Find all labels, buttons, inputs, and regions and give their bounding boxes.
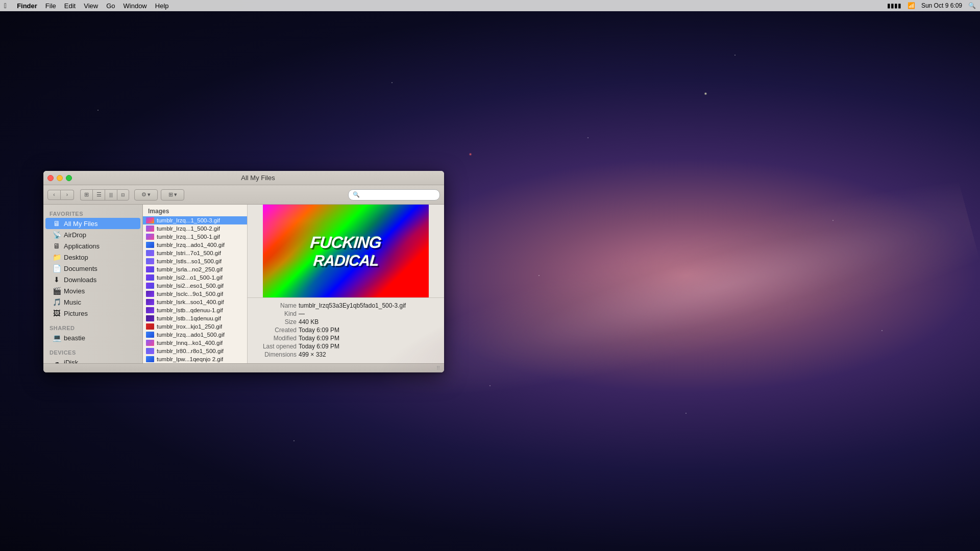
menubar-file[interactable]: File (45, 2, 56, 10)
file-name-15: tumblr_lrzq...ado1_500.gif (157, 332, 225, 338)
devices-header: DEVICES (43, 346, 142, 357)
file-item-8[interactable]: tumblr_lsi2...o1_500-1.gif (143, 273, 247, 282)
dimensions-label: Dimensions (256, 351, 297, 358)
file-thumb-18 (146, 356, 154, 362)
file-item-16[interactable]: tumblr_lnnq...ko1_400.gif (143, 339, 247, 347)
shared-header: SHARED (43, 322, 142, 332)
info-created-row: Created Today 6:09 PM (256, 327, 436, 334)
size-value: 440 KB (299, 318, 318, 325)
file-item-3[interactable]: tumblr_lrzq...1_500-1.gif (143, 233, 247, 241)
sidebar-label-idisk: iDisk (64, 359, 78, 364)
desktop-icon: 📁 (53, 253, 61, 261)
file-name-16: tumblr_lnnq...ko1_400.gif (157, 340, 223, 346)
file-name-4: tumblr_lrzq...ado1_400.gif (157, 242, 225, 248)
sidebar-label-desktop: Desktop (64, 254, 88, 261)
sidebar-item-documents[interactable]: 📄 Documents (45, 263, 140, 274)
sidebar-item-all-my-files[interactable]: 🖥 All My Files (45, 218, 140, 229)
file-name-6: tumblr_lstls...so1_500.gif (157, 258, 222, 264)
sidebar-item-pictures[interactable]: 🖼 Pictures (45, 308, 140, 319)
modified-value: Today 6:09 PM (299, 335, 339, 342)
search-box[interactable]: 🔍 (348, 189, 440, 201)
sidebar-item-movies[interactable]: 🎬 Movies (45, 285, 140, 296)
file-item-18[interactable]: tumblr_lpw...1qeqnjo 2.gif (143, 355, 247, 363)
arrange-button[interactable]: ⊞ ▾ (161, 189, 184, 201)
file-name-9: tumblr_lsi2...eso1_500.gif (157, 283, 224, 289)
search-icon: 🔍 (353, 191, 360, 198)
file-item-6[interactable]: tumblr_lstls...so1_500.gif (143, 257, 247, 265)
file-item-1[interactable]: tumblr_lrzq...1_500-3.gif (143, 216, 247, 224)
file-item-17[interactable]: tumblr_lr80...r8o1_500.gif (143, 347, 247, 355)
file-name-5: tumblr_lstri...7o1_500.gif (157, 250, 221, 256)
search-input[interactable] (362, 191, 435, 198)
file-item-12[interactable]: tumblr_lstb...qdenuu-1.gif (143, 306, 247, 314)
sidebar: FAVORITES 🖥 All My Files 📡 AirDrop 🖥 App… (43, 205, 143, 363)
file-name-17: tumblr_lr80...r8o1_500.gif (157, 348, 224, 354)
menubar-left:  Finder File Edit View Go Window Help (4, 2, 169, 10)
menubar-help[interactable]: Help (155, 2, 169, 10)
icon-view-button[interactable]: ⊞ (80, 189, 92, 201)
sidebar-item-desktop[interactable]: 📁 Desktop (45, 252, 140, 263)
sidebar-item-music[interactable]: 🎵 Music (45, 296, 140, 308)
file-item-2[interactable]: tumblr_lrzq...1_500-2.gif (143, 224, 247, 233)
maximize-button[interactable] (66, 175, 72, 181)
sidebar-label-documents: Documents (64, 265, 97, 272)
images-section-label: Images (143, 205, 247, 216)
cover-flow-button[interactable]: ⊟ (117, 189, 129, 201)
file-item-10[interactable]: tumblr_lsclc...9o1_500.gif (143, 290, 247, 298)
resize-handle: ⠿ (436, 365, 440, 371)
menubar-window[interactable]: Window (124, 2, 147, 10)
file-thumb-13 (146, 315, 154, 321)
kind-label: Kind (256, 310, 297, 317)
sidebar-item-airdrop[interactable]: 📡 AirDrop (45, 229, 140, 240)
sidebar-label-movies: Movies (64, 287, 85, 295)
file-thumb-10 (146, 291, 154, 297)
traffic-lights (47, 175, 72, 181)
file-thumb-1 (146, 217, 154, 223)
apple-menu[interactable]:  (4, 2, 7, 10)
desktop:  Finder File Edit View Go Window Help ▮… (0, 0, 980, 551)
action-chevron-icon: ▾ (148, 191, 151, 198)
sidebar-label-beastie: beastie (64, 334, 85, 342)
file-item-5[interactable]: tumblr_lstri...7o1_500.gif (143, 249, 247, 257)
action-button[interactable]: ⚙ ▾ (134, 189, 158, 201)
sidebar-item-idisk[interactable]: ☁ iDisk (45, 357, 140, 363)
close-button[interactable] (47, 175, 54, 181)
minimize-button[interactable] (57, 175, 63, 181)
file-thumb-2 (146, 226, 154, 232)
menubar:  Finder File Edit View Go Window Help ▮… (0, 0, 980, 11)
menubar-edit[interactable]: Edit (64, 2, 76, 10)
back-button[interactable]: ‹ (47, 190, 61, 200)
file-item-4[interactable]: tumblr_lrzq...ado1_400.gif (143, 241, 247, 249)
file-thumb-11 (146, 299, 154, 305)
sidebar-item-beastie[interactable]: 💻 beastie (45, 332, 140, 343)
file-thumb-7 (146, 266, 154, 272)
info-lastopened-row: Last opened Today 6:09 PM (256, 343, 436, 350)
nav-buttons: ‹ › (47, 190, 74, 200)
menubar-battery-icon: ▮▮▮▮ (887, 2, 901, 9)
forward-button[interactable]: › (61, 190, 74, 200)
modified-label: Modified (256, 335, 297, 342)
sidebar-label-pictures: Pictures (64, 310, 88, 317)
file-item-11[interactable]: tumblr_lsrk...soo1_400.gif (143, 298, 247, 306)
menubar-wifi-icon: 📶 (908, 2, 915, 9)
file-list-panel: Images tumblr_lrzq...1_500-3.gif tumblr_… (143, 205, 248, 363)
info-modified-row: Modified Today 6:09 PM (256, 335, 436, 342)
menubar-finder[interactable]: Finder (17, 2, 37, 10)
gif-text-line1: FUCKING (309, 233, 382, 252)
file-item-13[interactable]: tumblr_lstb...1qdenuu.gif (143, 314, 247, 322)
file-name-10: tumblr_lsclc...9o1_500.gif (157, 291, 223, 297)
menubar-go[interactable]: Go (106, 2, 115, 10)
file-item-15[interactable]: tumblr_lrzq...ado1_500.gif (143, 331, 247, 339)
file-item-14[interactable]: tumblr_lrox...kjo1_250.gif (143, 322, 247, 331)
sidebar-item-applications[interactable]: 🖥 Applications (45, 240, 140, 252)
preview-image-area: FUCKING RADICAL (248, 205, 444, 297)
file-item-9[interactable]: tumblr_lsi2...eso1_500.gif (143, 282, 247, 290)
menubar-search-icon[interactable]: 🔍 (968, 2, 976, 9)
menubar-view[interactable]: View (84, 2, 98, 10)
column-view-button[interactable]: ||| (105, 189, 117, 201)
file-item-7[interactable]: tumblr_lsrla...no2_250.gif (143, 265, 247, 273)
sidebar-item-downloads[interactable]: ⬇ Downloads (45, 274, 140, 285)
favorites-header: FAVORITES (43, 208, 142, 218)
list-view-button[interactable]: ☰ (92, 189, 105, 201)
sidebar-label-music: Music (64, 298, 81, 306)
